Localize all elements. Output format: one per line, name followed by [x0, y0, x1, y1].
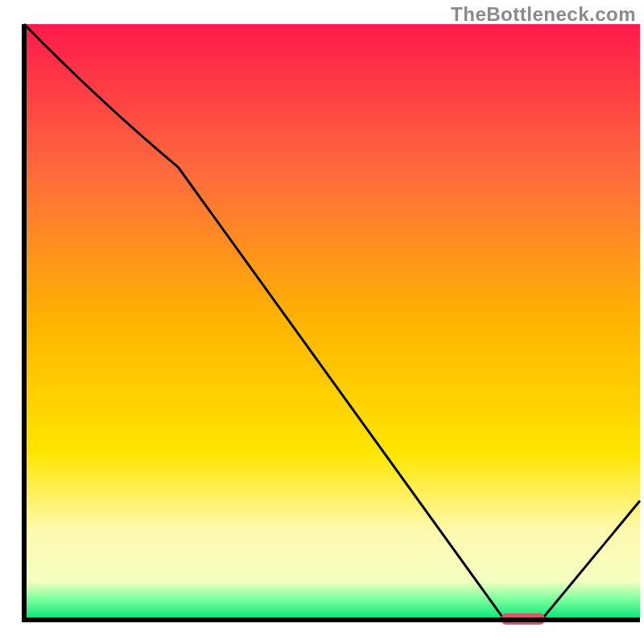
- bottleneck-chart: [0, 0, 644, 644]
- chart-container: TheBottleneck.com: [0, 0, 644, 644]
- watermark-text: TheBottleneck.com: [451, 3, 636, 26]
